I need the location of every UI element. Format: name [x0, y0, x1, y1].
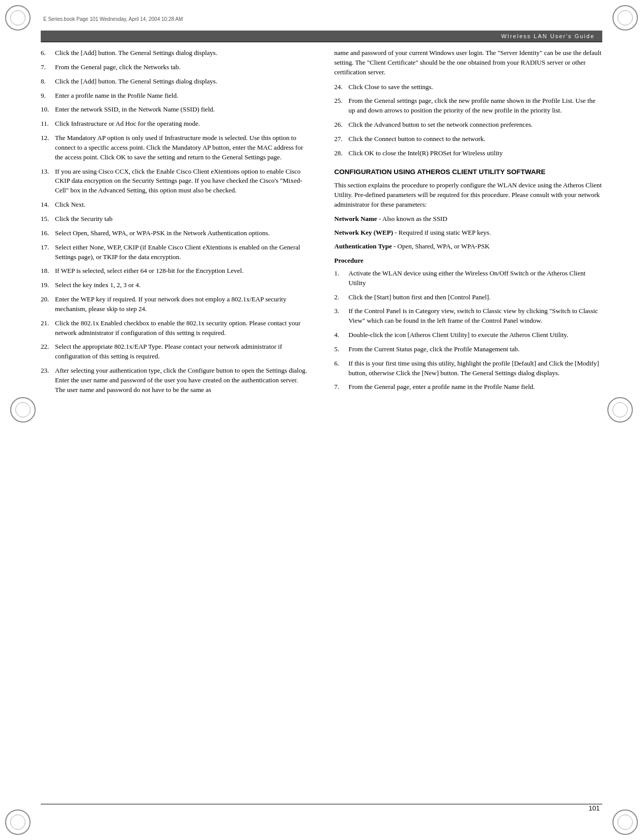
proc-number-5: 5. [334, 345, 349, 354]
left-numbered-list: 6. Click the [Add] button. The General S… [41, 48, 309, 395]
item-text-28: Click OK to close the Intel(R) PROSet fo… [349, 149, 603, 158]
page-container: E Series.book Page 101 Wednesday, April … [0, 0, 643, 840]
def-sep-2: - Required if using static WEP keys. [393, 229, 491, 236]
item-text-8: Click the [Add] button. The General Sett… [55, 77, 309, 87]
proc-number-2: 2. [334, 293, 349, 302]
def-term-auth-type: Authentication Type [334, 242, 392, 250]
item-text-24: Click Close to save the settings. [349, 82, 603, 92]
item-text-6: Click the [Add] button. The General Sett… [55, 48, 309, 58]
proc-text-5: From the Current Status page, click the … [349, 345, 603, 354]
bottom-divider [41, 804, 602, 804]
mid-right-decoration [607, 397, 633, 423]
procedure-item-1: 1. Activate the WLAN device using either… [334, 269, 603, 288]
right-column: name and password of your current Window… [329, 48, 603, 799]
item-number-15: 15. [41, 214, 55, 224]
item-text-21: Click the 802.1x Enabled checkbox to ena… [55, 319, 309, 338]
list-item-11: 11. Click Infrastructure or Ad Hoc for t… [41, 119, 309, 129]
item-text-17: Select either None, WEP, CKIP (if Enable… [55, 243, 309, 262]
def-term-network-key: Network Key (WEP) [334, 229, 394, 236]
item-number-27: 27. [334, 134, 349, 144]
item-number-11: 11. [41, 119, 55, 129]
page-number: 101 [589, 804, 600, 812]
item-number-16: 16. [41, 229, 55, 238]
list-item-23: 23. After selecting your authentication … [41, 366, 309, 395]
proc-text-6: If this is your first time using this ut… [349, 359, 603, 378]
right-numbered-list-upper: 24. Click Close to save the settings. 25… [334, 82, 603, 158]
proc-number-1: 1. [334, 269, 349, 288]
def-network-key: Network Key (WEP) - Required if using st… [334, 228, 603, 238]
item-text-13: If you are using Cisco CCX, click the En… [55, 167, 309, 196]
item-text-22: Select the appropriate 802.1x/EAP Type. … [55, 342, 309, 361]
procedure-item-7: 7. From the General page, enter a profil… [334, 382, 603, 392]
list-item-28: 28. Click OK to close the Intel(R) PROSe… [334, 149, 603, 158]
list-item-13: 13. If you are using Cisco CCX, click th… [41, 167, 309, 196]
proc-text-2: Click the [Start] button first and then … [349, 293, 603, 302]
section-heading: CONFIGURATION USING ATHEROS CLIENT UTILI… [334, 167, 603, 177]
list-item-24: 24. Click Close to save the settings. [334, 82, 603, 92]
def-auth-type: Authentication Type - Open, Shared, WPA,… [334, 242, 603, 251]
item-text-15: Click the Security tab [55, 214, 309, 224]
item-number-19: 19. [41, 281, 55, 290]
file-info: E Series.book Page 101 Wednesday, April … [43, 16, 183, 22]
item-number-6: 6. [41, 48, 55, 58]
def-sep-3: - Open, Shared, WPA, or WPA-PSK [392, 242, 490, 250]
list-item-22: 22. Select the appropriate 802.1x/EAP Ty… [41, 342, 309, 361]
list-item-20: 20. Enter the WEP key if required. If yo… [41, 295, 309, 314]
item-number-25: 25. [334, 96, 349, 116]
list-item-17: 17. Select either None, WEP, CKIP (if En… [41, 243, 309, 262]
list-item-12: 12. The Mandatory AP option is only used… [41, 133, 309, 162]
procedure-item-6: 6. If this is your first time using this… [334, 359, 603, 378]
list-item-10: 10. Enter the network SSID, in the Netwo… [41, 105, 309, 115]
corner-decoration-tl [5, 5, 36, 36]
item-text-23: After selecting your authentication type… [55, 366, 309, 395]
item-number-12: 12. [41, 133, 55, 162]
list-item-9: 9. Enter a profile name in the Profile N… [41, 91, 309, 101]
corner-decoration-br [607, 804, 638, 835]
item-text-25: From the General settings page, click th… [349, 96, 603, 116]
left-column: 6. Click the [Add] button. The General S… [41, 48, 314, 799]
list-item-18: 18. If WEP is selected, select either 64… [41, 266, 309, 276]
item-text-14: Click Next. [55, 200, 309, 210]
section-intro: This section explains the procedure to p… [334, 181, 603, 210]
item-text-11: Click Infrastructure or Ad Hoc for the o… [55, 119, 309, 129]
proc-number-6: 6. [334, 359, 349, 378]
item-number-10: 10. [41, 105, 55, 115]
proc-text-1: Activate the WLAN device using either th… [349, 269, 603, 288]
item-number-18: 18. [41, 266, 55, 276]
item-number-17: 17. [41, 243, 55, 262]
list-item-21: 21. Click the 802.1x Enabled checkbox to… [41, 319, 309, 338]
procedure-item-2: 2. Click the [Start] button first and th… [334, 293, 603, 302]
item-text-16: Select Open, Shared, WPA, or WPA-PSK in … [55, 229, 309, 238]
item-number-24: 24. [334, 82, 349, 92]
proc-text-3: If the Control Panel is in Category view… [349, 306, 603, 326]
list-item-8: 8. Click the [Add] button. The General S… [41, 77, 309, 87]
procedure-list: 1. Activate the WLAN device using either… [334, 269, 603, 392]
proc-number-4: 4. [334, 330, 349, 340]
item-text-26: Click the Advanced button to set the net… [349, 120, 603, 130]
proc-text-4: Double-click the icon [Atheros Client Ut… [349, 330, 603, 340]
item-number-22: 22. [41, 342, 55, 361]
item-text-12: The Mandatory AP option is only used if … [55, 133, 309, 162]
item-number-28: 28. [334, 149, 349, 158]
list-item-15: 15. Click the Security tab [41, 214, 309, 224]
list-item-7: 7. From the General page, click the Netw… [41, 63, 309, 72]
mid-left-decoration [10, 397, 36, 423]
item-text-7: From the General page, click the Network… [55, 63, 309, 72]
list-item-27: 27. Click the Connect button to connect … [334, 134, 603, 144]
list-item-14: 14. Click Next. [41, 200, 309, 210]
item-number-13: 13. [41, 167, 55, 196]
procedure-item-5: 5. From the Current Status page, click t… [334, 345, 603, 354]
item-number-21: 21. [41, 319, 55, 338]
header-divider [41, 42, 602, 42]
item-text-19: Select the key index 1, 2, 3 or 4. [55, 281, 309, 290]
item-text-10: Enter the network SSID, in the Network N… [55, 105, 309, 115]
item-number-7: 7. [41, 63, 55, 72]
item-text-18: If WEP is selected, select either 64 or … [55, 266, 309, 276]
def-sep-1: - Also known as the SSID [377, 215, 448, 222]
list-item-25: 25. From the General settings page, clic… [334, 96, 603, 116]
corner-decoration-bl [5, 804, 36, 835]
header-title: WIreless LAN User's Guide [501, 33, 595, 39]
list-item-6: 6. Click the [Add] button. The General S… [41, 48, 309, 58]
list-item-26: 26. Click the Advanced button to set the… [334, 120, 603, 130]
header-bar: WIreless LAN User's Guide [41, 31, 602, 42]
